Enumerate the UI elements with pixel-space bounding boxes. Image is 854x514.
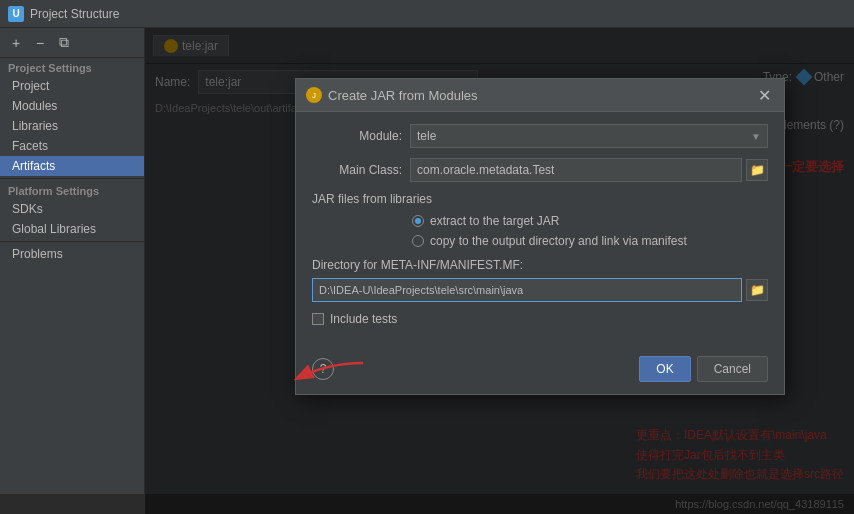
sidebar-item-global-libraries[interactable]: Global Libraries [0, 219, 144, 239]
radio-copy-btn[interactable] [412, 235, 424, 247]
dialog-body: Module: tele ▼ Main Class: [296, 112, 784, 350]
main-class-input[interactable]: com.oracle.metadata.Test [410, 158, 742, 182]
sidebar-item-modules[interactable]: Modules [0, 96, 144, 116]
sidebar-divider-2 [0, 241, 144, 242]
platform-settings-label: Platform Settings [0, 181, 144, 199]
dialog-close-button[interactable]: ✕ [754, 85, 774, 105]
title-bar: U Project Structure [0, 0, 854, 28]
main-class-label: Main Class: [312, 163, 402, 177]
sidebar-item-artifacts[interactable]: Artifacts [0, 156, 144, 176]
include-tests-row: Include tests [312, 312, 768, 326]
dialog-buttons: OK Cancel [639, 356, 768, 382]
sidebar-divider [0, 178, 144, 179]
dialog-title-bar: J Create JAR from Modules ✕ [296, 79, 784, 112]
directory-folder-button[interactable]: 📁 [746, 279, 768, 301]
content-area: tele:jar Name: Type: Other D:\IdeaProjec… [145, 28, 854, 514]
radio-copy[interactable]: copy to the output directory and link vi… [412, 234, 768, 248]
modal-overlay: J Create JAR from Modules ✕ Module: tele… [145, 28, 854, 514]
main-class-row: Main Class: com.oracle.metadata.Test 📁 [312, 158, 768, 182]
main-class-value: com.oracle.metadata.Test [417, 163, 554, 177]
add-button[interactable]: + [6, 33, 26, 53]
sidebar-item-project[interactable]: Project [0, 76, 144, 96]
create-jar-dialog: J Create JAR from Modules ✕ Module: tele… [295, 78, 785, 395]
select-arrow-icon: ▼ [751, 131, 761, 142]
radio-extract-label: extract to the target JAR [430, 214, 559, 228]
radio-extract[interactable]: extract to the target JAR [412, 214, 768, 228]
main-layout: + − ⧉ Project Settings Project Modules L… [0, 28, 854, 514]
sidebar-item-facets[interactable]: Facets [0, 136, 144, 156]
module-value: tele [417, 129, 436, 143]
include-tests-label: Include tests [330, 312, 397, 326]
module-control: tele ▼ [410, 124, 768, 148]
title-bar-text: Project Structure [30, 7, 119, 21]
directory-label: Directory for META-INF/MANIFEST.MF: [312, 258, 768, 272]
dialog-title-content: J Create JAR from Modules [306, 87, 478, 103]
dialog-jar-icon: J [306, 87, 322, 103]
jar-files-section-title: JAR files from libraries [312, 192, 768, 206]
radio-extract-btn[interactable] [412, 215, 424, 227]
radio-copy-label: copy to the output directory and link vi… [430, 234, 687, 248]
directory-input[interactable] [312, 278, 742, 302]
radio-group: extract to the target JAR copy to the ou… [412, 214, 768, 248]
module-label: Module: [312, 129, 402, 143]
copy-button[interactable]: ⧉ [54, 33, 74, 53]
remove-button[interactable]: − [30, 33, 50, 53]
sidebar-item-libraries[interactable]: Libraries [0, 116, 144, 136]
dialog-title-text: Create JAR from Modules [328, 88, 478, 103]
main-class-folder-button[interactable]: 📁 [746, 159, 768, 181]
module-row: Module: tele ▼ [312, 124, 768, 148]
red-arrow-2 [293, 358, 373, 398]
sidebar-toolbar: + − ⧉ [0, 28, 144, 58]
sidebar-item-problems[interactable]: Problems [0, 244, 144, 264]
ok-button[interactable]: OK [639, 356, 690, 382]
sidebar: + − ⧉ Project Settings Project Modules L… [0, 28, 145, 514]
main-class-control: com.oracle.metadata.Test 📁 [410, 158, 768, 182]
sidebar-item-sdks[interactable]: SDKs [0, 199, 144, 219]
module-select[interactable]: tele ▼ [410, 124, 768, 148]
include-tests-checkbox[interactable] [312, 313, 324, 325]
app-icon: U [8, 6, 24, 22]
project-settings-label: Project Settings [0, 58, 144, 76]
cancel-button[interactable]: Cancel [697, 356, 768, 382]
directory-row: 📁 [312, 278, 768, 302]
